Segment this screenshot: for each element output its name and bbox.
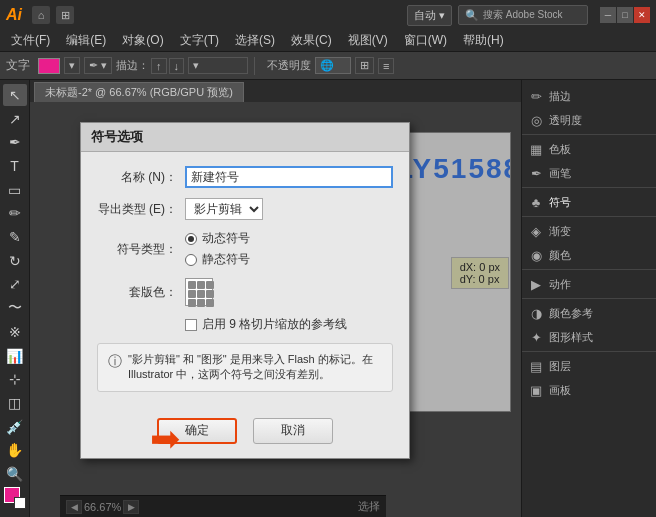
main-area: ↖ ↗ ✒ T ▭ ✏ ✎ ↻ ⤢ 〜 ※ 📊 ⊹ ◫ 💉 ✋ 🔍 未标题-2*… <box>0 80 656 517</box>
fill-stroke-indicator[interactable] <box>4 487 26 509</box>
panel-item-symbols[interactable]: ♣ 符号 <box>522 190 656 214</box>
minimize-button[interactable]: ─ <box>600 7 616 23</box>
fill-color-swatch[interactable] <box>38 58 60 74</box>
dialog-title: 符号选项 <box>81 123 409 152</box>
stock-search[interactable]: 🔍 搜索 Adobe Stock <box>458 5 588 25</box>
menu-select[interactable]: 选择(S) <box>228 30 282 51</box>
grid-icon[interactable]: ⊞ <box>56 6 74 24</box>
symbol-type-row: 符号类型： 动态符号 静态符号 <box>97 230 393 268</box>
panel-item-opacity[interactable]: ◎ 透明度 <box>522 108 656 132</box>
slice-checkbox[interactable] <box>185 319 197 331</box>
info-icon: ⓘ <box>108 352 122 372</box>
info-box: ⓘ "影片剪辑" 和 "图形" 是用来导入 Flash 的标记。在 Illust… <box>97 343 393 392</box>
arrow-icon: ➡ <box>150 421 180 457</box>
panel-item-swatches[interactable]: ▦ 色板 <box>522 137 656 161</box>
artboards-panel-label: 画板 <box>549 383 571 398</box>
stroke-panel-icon: ✏ <box>528 88 544 104</box>
color-mode-btn[interactable]: ▾ <box>64 57 80 74</box>
symbol-type-label: 符号类型： <box>97 241 177 258</box>
mode-dropdown[interactable]: 自动 ▾ <box>407 5 452 26</box>
panel-item-artboards[interactable]: ▣ 画板 <box>522 378 656 402</box>
stroke-indicator[interactable] <box>14 497 26 509</box>
panel-section: ✏ 描边 ◎ 透明度 ▦ 色板 ✒ 画笔 ♣ 符号 ◈ <box>522 80 656 406</box>
brushes-panel-label: 画笔 <box>549 166 571 181</box>
menu-effect[interactable]: 效果(C) <box>284 30 339 51</box>
stroke-tool-btn[interactable]: ✒ ▾ <box>84 57 112 74</box>
export-type-select[interactable]: 影片剪辑 <box>185 198 263 220</box>
panel-item-layers[interactable]: ▤ 图层 <box>522 354 656 378</box>
doc-tab[interactable]: 未标题-2* @ 66.67% (RGB/GPU 预览) <box>34 82 244 102</box>
mesh-tool[interactable]: ⊹ <box>3 368 27 390</box>
close-button[interactable]: ✕ <box>634 7 650 23</box>
zoom-tool[interactable]: 🔍 <box>3 463 27 485</box>
align-btn[interactable]: ⊞ <box>355 57 374 74</box>
dialog-footer: 确定 取消 <box>81 418 409 458</box>
eyedropper-tool[interactable]: 💉 <box>3 416 27 438</box>
menu-file[interactable]: 文件(F) <box>4 30 57 51</box>
menu-view[interactable]: 视图(V) <box>341 30 395 51</box>
opacity-globe-icon[interactable]: 🌐 <box>315 57 351 74</box>
kit-label: 套版色： <box>97 284 177 301</box>
dynamic-radio-btn[interactable] <box>185 233 197 245</box>
artboards-panel-icon: ▣ <box>528 382 544 398</box>
stroke-up-btn[interactable]: ↑ <box>151 58 167 74</box>
canvas-content: 88LILY51588 dX: 0 px dY: 0 px ➡ 符号选项 名称 <box>30 102 521 517</box>
color-guide-label: 颜色参考 <box>549 306 593 321</box>
menu-object[interactable]: 对象(O) <box>115 30 170 51</box>
warp-tool[interactable]: 〜 <box>3 297 27 319</box>
panel-item-actions[interactable]: ▶ 动作 <box>522 272 656 296</box>
color-panel-label: 颜色 <box>549 248 571 263</box>
color-guide-icon: ◑ <box>528 305 544 321</box>
text-tool[interactable]: T <box>3 155 27 177</box>
symbol-tool[interactable]: ※ <box>3 321 27 343</box>
scale-tool[interactable]: ⤢ <box>3 274 27 296</box>
panel-divider-6 <box>522 351 656 352</box>
dynamic-symbol-option[interactable]: 动态符号 <box>185 230 250 247</box>
static-symbol-option[interactable]: 静态符号 <box>185 251 250 268</box>
shape-tool[interactable]: ▭ <box>3 179 27 201</box>
gradient-panel-label: 渐变 <box>549 224 571 239</box>
panel-item-gradient[interactable]: ◈ 渐变 <box>522 219 656 243</box>
hand-tool[interactable]: ✋ <box>3 440 27 462</box>
cancel-button[interactable]: 取消 <box>253 418 333 444</box>
slice-checkbox-row: 启用 9 格切片缩放的参考线 <box>185 316 393 333</box>
pencil-tool[interactable]: ✎ <box>3 226 27 248</box>
arrow-annotation: ➡ <box>150 421 180 457</box>
title-bar: Ai ⌂ ⊞ 自动 ▾ 🔍 搜索 Adobe Stock ─ □ ✕ <box>0 0 656 30</box>
kit-icon-selector[interactable] <box>185 278 213 306</box>
menu-text[interactable]: 文字(T) <box>173 30 226 51</box>
brush-tool[interactable]: ✏ <box>3 203 27 225</box>
menu-help[interactable]: 帮助(H) <box>456 30 511 51</box>
options-btn[interactable]: ≡ <box>378 58 394 74</box>
stroke-area: 描边： ↑ ↓ <box>116 58 184 74</box>
panel-divider-5 <box>522 298 656 299</box>
panel-item-color[interactable]: ◉ 颜色 <box>522 243 656 267</box>
panel-item-stroke[interactable]: ✏ 描边 <box>522 84 656 108</box>
select-tool[interactable]: ↖ <box>3 84 27 106</box>
panel-item-graphic-styles[interactable]: ✦ 图形样式 <box>522 325 656 349</box>
home-icon[interactable]: ⌂ <box>32 6 50 24</box>
rotate-tool[interactable]: ↻ <box>3 250 27 272</box>
text-tool-label: 文字 <box>6 57 30 74</box>
menu-window[interactable]: 窗口(W) <box>397 30 454 51</box>
name-input[interactable] <box>185 166 393 188</box>
static-radio-btn[interactable] <box>185 254 197 266</box>
panel-item-color-guide[interactable]: ◑ 颜色参考 <box>522 301 656 325</box>
menu-edit[interactable]: 编辑(E) <box>59 30 113 51</box>
maximize-button[interactable]: □ <box>617 7 633 23</box>
stroke-style-dropdown[interactable]: ▾ <box>188 57 248 74</box>
actions-panel-label: 动作 <box>549 277 571 292</box>
right-panel: ✏ 描边 ◎ 透明度 ▦ 色板 ✒ 画笔 ♣ 符号 ◈ <box>521 80 656 517</box>
panel-item-brushes[interactable]: ✒ 画笔 <box>522 161 656 185</box>
stroke-down-btn[interactable]: ↓ <box>169 58 185 74</box>
graph-tool[interactable]: 📊 <box>3 345 27 367</box>
separator <box>254 57 255 75</box>
pen-tool[interactable]: ✒ <box>3 131 27 153</box>
gradient-tool[interactable]: ◫ <box>3 392 27 414</box>
layers-panel-icon: ▤ <box>528 358 544 374</box>
name-row: 名称 (N)： <box>97 166 393 188</box>
direct-select-tool[interactable]: ↗ <box>3 108 27 130</box>
name-label: 名称 (N)： <box>97 169 177 186</box>
left-toolbar: ↖ ↗ ✒ T ▭ ✏ ✎ ↻ ⤢ 〜 ※ 📊 ⊹ ◫ 💉 ✋ 🔍 <box>0 80 30 517</box>
search-icon: 🔍 <box>465 9 479 22</box>
